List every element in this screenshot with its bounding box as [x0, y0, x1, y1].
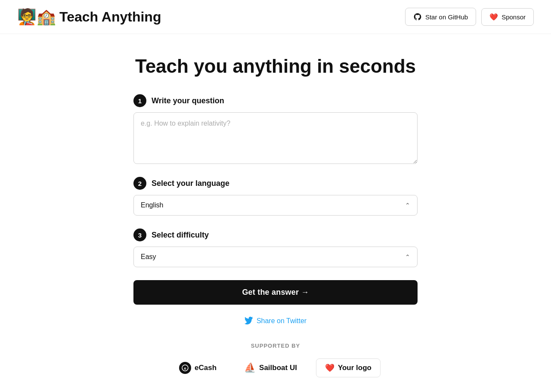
get-answer-button[interactable]: Get the answer →	[133, 280, 418, 305]
step3-number: 3	[133, 228, 146, 241]
step1-number: 1	[133, 94, 146, 107]
ecash-sponsor[interactable]: e eCash	[170, 358, 225, 378]
step3-text: Select difficulty	[152, 231, 209, 240]
chevron-up-icon-2: ⌃	[405, 253, 410, 260]
logo-emojis: 🧑‍🏫🏫	[17, 9, 56, 25]
your-logo-label: Your logo	[338, 364, 371, 372]
main-content: Teach you anything in seconds 1 Write yo…	[0, 34, 551, 392]
difficulty-select[interactable]: Easy ⌃	[133, 247, 418, 267]
github-button[interactable]: Star on GitHub	[405, 8, 476, 26]
heart-logo-icon: ❤️	[325, 363, 334, 373]
sailboat-icon: ⛵	[244, 362, 256, 373]
difficulty-select-wrapper: Easy ⌃	[133, 247, 418, 267]
step1-label: 1 Write your question	[133, 94, 418, 107]
question-input[interactable]	[133, 112, 418, 164]
chevron-up-icon: ⌃	[405, 202, 410, 209]
heart-icon: ❤️	[489, 13, 498, 21]
svg-text:e: e	[184, 366, 186, 370]
sailboat-sponsor[interactable]: ⛵ Sailboat UI	[235, 358, 306, 378]
sailboat-label: Sailboat UI	[259, 364, 297, 372]
language-select[interactable]: English ⌃	[133, 195, 418, 216]
sponsor-button[interactable]: ❤️ Sponsor	[481, 8, 534, 26]
supported-section: SUPPORTED BY e eCash ⛵ Sailboat UI	[133, 343, 418, 378]
form-container: 1 Write your question 2 Select your lang…	[133, 94, 418, 378]
logo-title: Teach Anything	[59, 9, 161, 25]
sponsors-row: e eCash ⛵ Sailboat UI ❤️ Your logo	[170, 358, 381, 378]
github-button-label: Star on GitHub	[425, 13, 468, 21]
supported-label: SUPPORTED BY	[251, 343, 300, 349]
step2-label: 2 Select your language	[133, 177, 418, 190]
your-logo-sponsor[interactable]: ❤️ Your logo	[316, 358, 381, 377]
step3-label: 3 Select difficulty	[133, 228, 418, 241]
ecash-label: eCash	[195, 364, 217, 372]
twitter-share-link[interactable]: Share on Twitter	[133, 317, 418, 325]
step2-number: 2	[133, 177, 146, 190]
sponsor-button-label: Sponsor	[501, 13, 526, 21]
logo-area: 🧑‍🏫🏫 Teach Anything	[17, 9, 161, 25]
difficulty-selected-value: Easy	[141, 253, 156, 261]
step1-text: Write your question	[152, 96, 224, 105]
ecash-icon: e	[179, 362, 191, 374]
language-select-wrapper: English ⌃	[133, 195, 418, 216]
github-icon	[413, 12, 422, 21]
step2-text: Select your language	[152, 179, 229, 188]
header: 🧑‍🏫🏫 Teach Anything Star on GitHub ❤️ Sp…	[0, 0, 551, 34]
header-actions: Star on GitHub ❤️ Sponsor	[405, 8, 534, 26]
page-heading: Teach you anything in seconds	[135, 56, 416, 77]
twitter-share-label: Share on Twitter	[257, 317, 306, 325]
language-selected-value: English	[141, 201, 163, 209]
twitter-icon	[245, 317, 253, 325]
